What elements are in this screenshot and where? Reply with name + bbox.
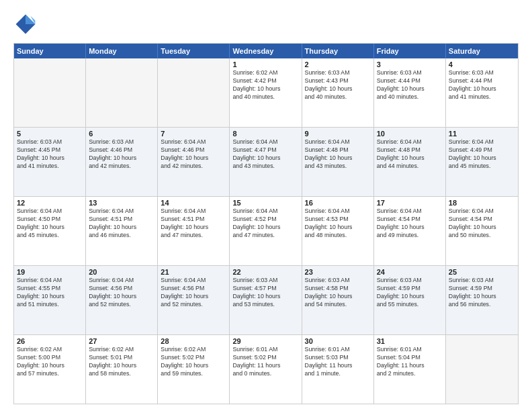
day-info: Sunrise: 6:01 AM Sunset: 5:03 PM Dayligh…: [305, 346, 371, 378]
day-cell-26: 26Sunrise: 6:02 AM Sunset: 5:00 PM Dayli…: [14, 335, 86, 404]
calendar-header: SundayMondayTuesdayWednesdayThursdayFrid…: [14, 44, 518, 58]
day-number: 1: [232, 60, 298, 68]
day-number: 31: [377, 337, 443, 345]
day-info: Sunrise: 6:04 AM Sunset: 4:51 PM Dayligh…: [161, 208, 226, 240]
header-day-tuesday: Tuesday: [158, 44, 230, 58]
day-number: 9: [305, 130, 371, 138]
day-cell-4: 4Sunrise: 6:03 AM Sunset: 4:44 PM Daylig…: [446, 58, 518, 127]
day-cell-13: 13Sunrise: 6:04 AM Sunset: 4:51 PM Dayli…: [86, 197, 158, 265]
calendar: SundayMondayTuesdayWednesdayThursdayFrid…: [13, 43, 519, 404]
day-cell-14: 14Sunrise: 6:04 AM Sunset: 4:51 PM Dayli…: [158, 197, 230, 265]
empty-cell: [14, 58, 86, 127]
day-info: Sunrise: 6:02 AM Sunset: 5:00 PM Dayligh…: [17, 346, 83, 378]
empty-cell: [158, 58, 230, 127]
logo-icon: [13, 12, 38, 36]
day-info: Sunrise: 6:03 AM Sunset: 4:57 PM Dayligh…: [232, 277, 298, 309]
day-cell-16: 16Sunrise: 6:04 AM Sunset: 4:53 PM Dayli…: [302, 197, 374, 265]
calendar-row-1: 1Sunrise: 6:02 AM Sunset: 4:42 PM Daylig…: [14, 58, 518, 127]
day-cell-30: 30Sunrise: 6:01 AM Sunset: 5:03 PM Dayli…: [302, 335, 374, 404]
day-cell-18: 18Sunrise: 6:04 AM Sunset: 4:54 PM Dayli…: [446, 197, 518, 265]
day-number: 13: [89, 199, 154, 207]
day-info: Sunrise: 6:03 AM Sunset: 4:58 PM Dayligh…: [305, 277, 371, 309]
day-info: Sunrise: 6:04 AM Sunset: 4:53 PM Dayligh…: [305, 208, 371, 240]
day-cell-31: 31Sunrise: 6:01 AM Sunset: 5:04 PM Dayli…: [374, 335, 446, 404]
day-cell-1: 1Sunrise: 6:02 AM Sunset: 4:42 PM Daylig…: [230, 58, 302, 127]
day-number: 4: [449, 60, 515, 68]
day-number: 26: [17, 337, 83, 345]
day-info: Sunrise: 6:04 AM Sunset: 4:52 PM Dayligh…: [232, 208, 298, 240]
calendar-row-5: 26Sunrise: 6:02 AM Sunset: 5:00 PM Dayli…: [14, 334, 518, 404]
day-number: 11: [449, 130, 515, 138]
header-day-monday: Monday: [86, 44, 158, 58]
header: [13, 12, 519, 36]
day-info: Sunrise: 6:02 AM Sunset: 5:01 PM Dayligh…: [89, 346, 154, 378]
day-info: Sunrise: 6:02 AM Sunset: 4:42 PM Dayligh…: [232, 69, 298, 101]
day-info: Sunrise: 6:01 AM Sunset: 5:04 PM Dayligh…: [377, 346, 443, 378]
day-number: 8: [232, 130, 298, 138]
day-number: 18: [449, 199, 515, 207]
day-cell-29: 29Sunrise: 6:01 AM Sunset: 5:02 PM Dayli…: [230, 335, 302, 404]
header-day-thursday: Thursday: [302, 44, 374, 58]
day-cell-25: 25Sunrise: 6:03 AM Sunset: 4:59 PM Dayli…: [446, 266, 518, 334]
day-info: Sunrise: 6:03 AM Sunset: 4:43 PM Dayligh…: [305, 69, 371, 101]
day-cell-3: 3Sunrise: 6:03 AM Sunset: 4:44 PM Daylig…: [374, 58, 446, 127]
header-day-sunday: Sunday: [14, 44, 86, 58]
calendar-row-4: 19Sunrise: 6:04 AM Sunset: 4:55 PM Dayli…: [14, 265, 518, 334]
day-number: 24: [377, 268, 443, 276]
day-info: Sunrise: 6:04 AM Sunset: 4:51 PM Dayligh…: [89, 208, 154, 240]
day-number: 10: [377, 130, 443, 138]
header-day-friday: Friday: [374, 44, 446, 58]
day-number: 20: [89, 268, 154, 276]
day-info: Sunrise: 6:01 AM Sunset: 5:02 PM Dayligh…: [232, 346, 298, 378]
day-info: Sunrise: 6:03 AM Sunset: 4:45 PM Dayligh…: [17, 138, 83, 171]
day-number: 16: [305, 199, 371, 207]
day-cell-24: 24Sunrise: 6:03 AM Sunset: 4:59 PM Dayli…: [374, 266, 446, 334]
logo: [13, 12, 42, 36]
day-info: Sunrise: 6:04 AM Sunset: 4:50 PM Dayligh…: [17, 208, 83, 240]
day-cell-8: 8Sunrise: 6:04 AM Sunset: 4:47 PM Daylig…: [230, 128, 302, 196]
day-cell-27: 27Sunrise: 6:02 AM Sunset: 5:01 PM Dayli…: [86, 335, 158, 404]
day-number: 17: [377, 199, 443, 207]
day-info: Sunrise: 6:04 AM Sunset: 4:48 PM Dayligh…: [305, 138, 371, 171]
day-cell-5: 5Sunrise: 6:03 AM Sunset: 4:45 PM Daylig…: [14, 128, 86, 196]
day-number: 23: [305, 268, 371, 276]
day-cell-7: 7Sunrise: 6:04 AM Sunset: 4:46 PM Daylig…: [158, 128, 230, 196]
day-cell-11: 11Sunrise: 6:04 AM Sunset: 4:49 PM Dayli…: [446, 128, 518, 196]
day-number: 25: [449, 268, 515, 276]
day-number: 15: [232, 199, 298, 207]
day-cell-22: 22Sunrise: 6:03 AM Sunset: 4:57 PM Dayli…: [230, 266, 302, 334]
day-info: Sunrise: 6:03 AM Sunset: 4:59 PM Dayligh…: [449, 277, 515, 309]
day-cell-17: 17Sunrise: 6:04 AM Sunset: 4:54 PM Dayli…: [374, 197, 446, 265]
day-number: 3: [377, 60, 443, 68]
calendar-row-3: 12Sunrise: 6:04 AM Sunset: 4:50 PM Dayli…: [14, 196, 518, 265]
day-info: Sunrise: 6:03 AM Sunset: 4:44 PM Dayligh…: [377, 69, 443, 101]
day-cell-21: 21Sunrise: 6:04 AM Sunset: 4:56 PM Dayli…: [158, 266, 230, 334]
day-cell-6: 6Sunrise: 6:03 AM Sunset: 4:46 PM Daylig…: [86, 128, 158, 196]
empty-cell: [86, 58, 158, 127]
day-info: Sunrise: 6:02 AM Sunset: 5:02 PM Dayligh…: [161, 346, 226, 378]
page: SundayMondayTuesdayWednesdayThursdayFrid…: [0, 0, 532, 411]
day-cell-28: 28Sunrise: 6:02 AM Sunset: 5:02 PM Dayli…: [158, 335, 230, 404]
day-number: 2: [305, 60, 371, 68]
day-cell-9: 9Sunrise: 6:04 AM Sunset: 4:48 PM Daylig…: [302, 128, 374, 196]
day-number: 29: [232, 337, 298, 345]
day-number: 22: [232, 268, 298, 276]
day-cell-10: 10Sunrise: 6:04 AM Sunset: 4:48 PM Dayli…: [374, 128, 446, 196]
day-info: Sunrise: 6:04 AM Sunset: 4:56 PM Dayligh…: [89, 277, 154, 309]
day-number: 6: [89, 130, 154, 138]
day-number: 14: [161, 199, 226, 207]
day-number: 5: [17, 130, 83, 138]
day-number: 28: [161, 337, 226, 345]
day-cell-2: 2Sunrise: 6:03 AM Sunset: 4:43 PM Daylig…: [302, 58, 374, 127]
day-info: Sunrise: 6:03 AM Sunset: 4:46 PM Dayligh…: [89, 138, 154, 171]
day-cell-12: 12Sunrise: 6:04 AM Sunset: 4:50 PM Dayli…: [14, 197, 86, 265]
day-info: Sunrise: 6:04 AM Sunset: 4:46 PM Dayligh…: [161, 138, 226, 171]
day-number: 19: [17, 268, 83, 276]
day-info: Sunrise: 6:04 AM Sunset: 4:48 PM Dayligh…: [377, 138, 443, 171]
header-day-saturday: Saturday: [446, 44, 518, 58]
day-cell-19: 19Sunrise: 6:04 AM Sunset: 4:55 PM Dayli…: [14, 266, 86, 334]
day-info: Sunrise: 6:04 AM Sunset: 4:49 PM Dayligh…: [449, 138, 515, 171]
calendar-row-2: 5Sunrise: 6:03 AM Sunset: 4:45 PM Daylig…: [14, 127, 518, 196]
day-info: Sunrise: 6:04 AM Sunset: 4:56 PM Dayligh…: [161, 277, 226, 309]
day-number: 27: [89, 337, 154, 345]
